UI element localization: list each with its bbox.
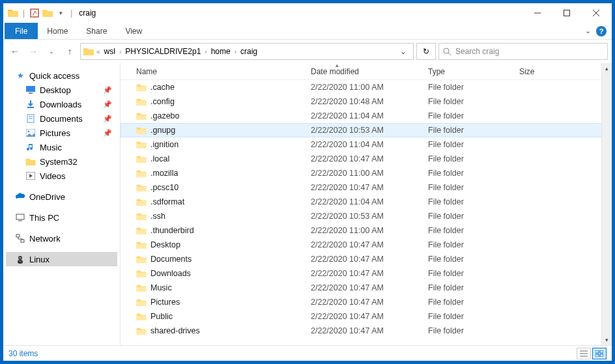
folder-icon [136,268,147,279]
folder-icon [136,139,147,150]
folder-icon [136,182,147,193]
sidebar-item-downloads[interactable]: Downloads📌 [6,97,117,111]
folder-icon [136,82,147,92]
file-row[interactable]: shared-drives2/22/2020 10:47 AMFile fold… [121,324,612,338]
file-row[interactable]: .local2/22/2020 10:47 AMFile folder [121,152,612,166]
titlebar: | ▾ | craig [3,3,612,23]
scroll-down-icon[interactable]: ▾ [602,335,612,345]
view-thumbnails-button[interactable] [592,348,607,359]
folder-icon [136,111,147,121]
folder-icon [136,225,147,236]
qat-properties-icon[interactable] [29,7,40,19]
nav-onedrive[interactable]: OneDrive [6,189,117,204]
nav-quick-access[interactable]: ★ Quick access [6,68,117,83]
address-folder-icon [83,46,94,57]
view-details-button[interactable] [577,348,591,359]
sidebar-item-system32[interactable]: System32 [6,154,117,169]
refresh-button[interactable]: ↻ [416,43,436,60]
ribbon-expand-icon[interactable]: ⌄ [585,27,591,35]
pictures-icon [25,128,36,138]
folder-icon [136,154,147,164]
column-headers: ▴ Name Date modified Type Size [121,63,612,80]
svg-rect-28 [600,350,603,353]
tab-share[interactable]: Share [77,23,116,39]
column-date[interactable]: Date modified [311,67,428,76]
file-row[interactable]: Documents2/22/2020 10:47 AMFile folder [121,252,612,266]
help-icon[interactable]: ? [596,26,607,36]
file-row[interactable]: .cache2/22/2020 11:00 AMFile folder [121,80,612,94]
svg-line-6 [448,53,451,55]
app-icon [7,7,19,19]
svg-point-22 [19,257,20,259]
breadcrumb[interactable]: PHYSICALDRIVE2p1 [124,47,202,56]
file-row[interactable]: Downloads2/22/2020 10:47 AMFile folder [121,266,612,281]
pin-icon: 📌 [103,86,112,94]
column-type[interactable]: Type [428,67,519,76]
music-icon [25,142,36,152]
scroll-up-icon[interactable]: ▴ [602,63,612,74]
downloads-icon [25,99,36,109]
file-row[interactable]: .sdformat2/22/2020 11:04 AMFile folder [121,195,612,209]
forward-button[interactable]: → [25,44,41,59]
file-row[interactable]: Pictures2/22/2020 10:47 AMFile folder [121,295,612,309]
maximize-button[interactable] [552,3,581,23]
file-row[interactable]: Music2/22/2020 10:47 AMFile folder [121,281,612,295]
svg-point-20 [18,256,22,260]
svg-rect-16 [16,214,24,219]
folder-icon [136,297,147,307]
sort-indicator-icon: ▴ [336,62,339,68]
tab-file[interactable]: File [5,23,38,39]
folder-icon [136,125,147,135]
tab-view[interactable]: View [116,23,151,39]
nav-this-pc[interactable]: This PC [6,210,117,225]
file-row[interactable]: .ssh2/22/2020 10:53 AMFile folder [121,209,612,223]
file-row[interactable]: .pcsc102/22/2020 10:47 AMFile folder [121,180,612,195]
breadcrumb[interactable]: home [210,47,232,56]
svg-point-5 [444,48,449,53]
folder-icon [136,96,147,107]
tab-home[interactable]: Home [38,23,77,39]
file-row[interactable]: .gazebo2/22/2020 11:04 AMFile folder [121,109,612,123]
item-count: 30 items [8,349,38,358]
nav-network[interactable]: Network [6,231,117,245]
sidebar-item-desktop[interactable]: Desktop📌 [6,83,117,97]
address-dropdown-icon[interactable]: ⌄ [396,47,410,56]
documents-icon [25,113,36,124]
file-row[interactable]: .config2/22/2020 10:48 AMFile folder [121,94,612,109]
recent-dropdown-icon[interactable]: ⌄ [44,44,59,59]
svg-rect-0 [31,9,38,17]
folder-icon [136,311,147,322]
file-row[interactable]: .mozilla2/22/2020 11:00 AMFile folder [121,166,612,180]
column-name[interactable]: Name [136,67,311,76]
file-row[interactable]: Desktop2/22/2020 10:47 AMFile folder [121,238,612,252]
qat-folder-icon[interactable] [42,7,53,19]
sidebar-item-documents[interactable]: Documents📌 [6,111,117,126]
column-size[interactable]: Size [519,67,571,76]
sidebar-item-videos[interactable]: Videos [6,169,117,183]
close-button[interactable] [581,3,610,23]
scrollbar[interactable]: ▴ ▾ [601,63,612,345]
file-row[interactable]: Public2/22/2020 10:47 AMFile folder [121,309,612,324]
file-row[interactable]: .ignition2/22/2020 11:04 AMFile folder [121,137,612,152]
network-icon [15,233,25,244]
nav-linux[interactable]: Linux [6,252,117,266]
file-row[interactable]: .thunderbird2/22/2020 11:00 AMFile folde… [121,223,612,238]
sidebar-item-music[interactable]: Music [6,140,117,154]
breadcrumb[interactable]: wsl [103,47,117,56]
qat-dropdown-icon[interactable]: ▾ [55,7,66,19]
svg-rect-7 [26,86,35,92]
folder-icon [25,156,36,167]
pin-icon: 📌 [103,129,112,137]
file-row[interactable]: .gnupg2/22/2020 10:53 AMFile folder [121,123,612,137]
linux-icon [15,254,25,264]
back-button[interactable]: ← [7,44,23,59]
minimize-button[interactable] [522,3,552,23]
search-input[interactable]: Search craig [438,43,608,60]
svg-rect-29 [595,354,599,357]
sidebar-item-pictures[interactable]: Pictures📌 [6,126,117,140]
breadcrumb[interactable]: craig [239,47,259,56]
up-button[interactable]: ↑ [62,44,78,59]
file-list-pane: ▴ Name Date modified Type Size .cache2/2… [121,63,612,345]
pc-icon [15,212,25,223]
address-bar[interactable]: « wsl› PHYSICALDRIVE2p1› home› craig ⌄ [80,43,414,60]
